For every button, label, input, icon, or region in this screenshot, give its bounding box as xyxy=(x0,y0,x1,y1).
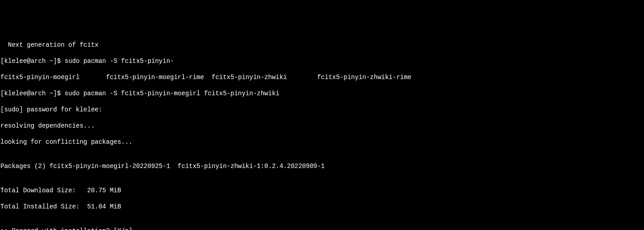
terminal-line: fcitx5-pinyin-moegirl fcitx5-pinyin-moeg… xyxy=(0,73,644,81)
terminal-line: resolving dependencies... xyxy=(0,122,644,130)
terminal-window[interactable]: Next generation of fcitx [klelee@arch ~]… xyxy=(0,33,644,230)
terminal-line: [sudo] password for klelee: xyxy=(0,106,644,114)
terminal-line: Next generation of fcitx xyxy=(0,41,644,49)
terminal-line: Packages (2) fcitx5-pinyin-moegirl-20220… xyxy=(0,162,644,170)
terminal-line: :: Proceed with installation? [Y/n] xyxy=(0,227,644,230)
terminal-line: Total Installed Size: 51.04 MiB xyxy=(0,203,644,211)
terminal-line: looking for conflicting packages... xyxy=(0,138,644,146)
terminal-line: [klelee@arch ~]$ sudo pacman -S fcitx5-p… xyxy=(0,57,644,65)
terminal-line: Total Download Size: 20.75 MiB xyxy=(0,186,644,195)
terminal-line: [klelee@arch ~]$ sudo pacman -S fcitx5-p… xyxy=(0,89,644,97)
